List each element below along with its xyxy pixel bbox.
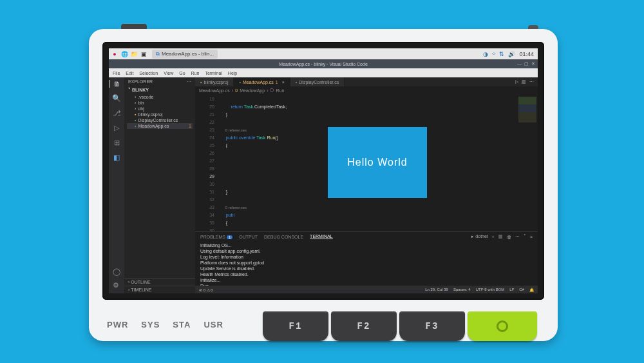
explorer-more-icon[interactable]: ⋯ (187, 79, 191, 84)
terminal-output[interactable]: Initializing OS... Using default app.con… (195, 241, 538, 286)
tab-meadowapp[interactable]: ▪MeadowApp.cs 1× (234, 77, 290, 86)
panel-split-icon[interactable]: ▥ (498, 234, 503, 239)
tab-displaycontroller[interactable]: ▪DisplayController.cs (290, 77, 345, 86)
hello-world-overlay: Hello World (328, 127, 427, 198)
split-icon[interactable]: ▥ (522, 79, 526, 84)
hw-label-pwr: PWR (107, 320, 128, 329)
tab-close-icon[interactable]: × (282, 80, 285, 84)
menu-edit[interactable]: Edit (126, 71, 133, 75)
screen: ● 🌐 📁 ▣ ⧉ MeadowApp.cs - blin... ◑ ⌔ ⇅ (109, 48, 538, 293)
tree-item-displaycontroller[interactable]: ▪ DisplayController.cs (127, 117, 193, 123)
os-taskbar: ● 🌐 📁 ▣ ⧉ MeadowApp.cs - blin... ◑ ⌔ ⇅ (109, 48, 538, 59)
code-editor[interactable]: 192021222324252627282930313233343536 ret… (195, 94, 538, 231)
panel-tab-output[interactable]: OUTPUT (239, 235, 258, 239)
hw-label-row: PWR SYS STA USR (107, 320, 223, 329)
editor-tabbar: ▪blinky.csproj ▪MeadowApp.cs 1× ▪Display… (195, 77, 538, 86)
explorer-title-row: EXPLORER ⋯ (124, 77, 195, 86)
hw-button-f1[interactable]: F1 (263, 311, 328, 341)
vscode-title: MeadowApp.cs - blinky - Visual Studio Co… (279, 62, 368, 66)
panel-tab-debug[interactable]: DEBUG CONSOLE (264, 235, 303, 239)
menu-run[interactable]: Run (191, 71, 200, 75)
vscode-body: 🗎 🔍 ⎇ ▷ ⊞ ◧ ◯ ⚙ (109, 77, 538, 293)
vscode-window: MeadowApp.cs - blinky - Visual Studio Co… (109, 59, 538, 293)
status-encoding[interactable]: UTF-8 with BOM (476, 288, 505, 292)
panel-more-icon[interactable]: ⋯ (515, 234, 520, 239)
menu-file[interactable]: File (113, 71, 120, 75)
volume-icon[interactable]: 🔊 (508, 51, 515, 57)
device-frame: ● 🌐 📁 ▣ ⧉ MeadowApp.cs - blin... ◑ ⌔ ⇅ (89, 24, 558, 341)
activity-search-icon[interactable]: 🔍 (112, 94, 121, 103)
status-eol[interactable]: LF (509, 288, 514, 292)
hw-label-usr: USR (204, 320, 223, 329)
activity-debug-icon[interactable]: ▷ (114, 124, 119, 132)
status-errors[interactable]: ⊘ 0 ⚠ 0 (199, 288, 213, 292)
panel-chevron-icon[interactable]: ˄ (524, 234, 526, 239)
web-icon[interactable]: 🌐 (120, 50, 128, 58)
device-body: ● 🌐 📁 ▣ ⧉ MeadowApp.cs - blin... ◑ ⌔ ⇅ (89, 29, 558, 341)
panel-close-icon[interactable]: × (530, 235, 533, 239)
timeline-section[interactable]: › TIMELINE (124, 286, 195, 293)
breadcrumb[interactable]: MeadowApp.cs › ⧈ MeadowApp › ⬡ Run (195, 86, 538, 94)
taskbar-app-vscode[interactable]: ⧉ MeadowApp.cs - blin... (152, 50, 218, 59)
network-icon[interactable]: ⇅ (499, 51, 504, 57)
activity-bar: 🗎 🔍 ⎇ ▷ ⊞ ◧ ◯ ⚙ (109, 77, 124, 293)
activity-account-icon[interactable]: ◯ (113, 268, 120, 276)
window-maximize-icon[interactable]: ▢ (524, 61, 529, 66)
minimap[interactable] (515, 94, 538, 231)
status-language[interactable]: C# (519, 288, 524, 292)
python-tray-icon[interactable]: ◑ (483, 51, 488, 57)
menu-selection[interactable]: Selection (139, 71, 158, 75)
activity-explorer-icon[interactable]: 🗎 (109, 80, 124, 88)
run-icon[interactable]: ▷ (515, 79, 518, 84)
status-position[interactable]: Ln 29, Col 39 (425, 288, 448, 292)
tab-more-icon[interactable]: ⋯ (529, 79, 534, 84)
menu-view[interactable]: View (164, 71, 173, 75)
explorer-folder-name[interactable]: ˅ BLINKY (124, 86, 195, 94)
raspberry-icon[interactable]: ● (111, 50, 118, 58)
status-bell-icon[interactable]: 🔔 (529, 288, 534, 292)
tree-item-meadowapp[interactable]: ▪ MeadowApp.cs1 (127, 123, 193, 129)
code-content: return Task.CompletedTask; } 0 reference… (221, 95, 287, 231)
menu-go[interactable]: Go (179, 71, 185, 75)
hw-label-sta: STA (173, 320, 191, 329)
taskbar-app-title: MeadowApp.cs - blin... (162, 51, 214, 57)
files-icon[interactable]: 📁 (130, 50, 138, 58)
power-circle-icon (497, 320, 508, 332)
panel-tabs: PROBLEMS1 OUTPUT DEBUG CONSOLE TERMINAL … (195, 232, 538, 241)
menu-help[interactable]: Help (228, 71, 237, 75)
menu-terminal[interactable]: Terminal (205, 71, 222, 75)
outline-section[interactable]: › OUTLINE (124, 278, 195, 286)
window-close-icon[interactable]: ✕ (531, 61, 535, 66)
hw-label-sys: SYS (141, 320, 160, 329)
overlay-text: Hello World (347, 157, 407, 168)
window-minimize-icon[interactable]: — (517, 61, 522, 66)
panel-shell-label[interactable]: ▸ dotnet (471, 234, 488, 239)
hw-button-row: F1 F2 F3 (263, 311, 537, 341)
activity-extensions-icon[interactable]: ⊞ (114, 139, 120, 147)
panel-tab-terminal[interactable]: TERMINAL (310, 234, 332, 239)
activity-scm-icon[interactable]: ⎇ (113, 109, 121, 117)
tree-item-csproj[interactable]: ▪ blinky.csproj (127, 112, 193, 117)
tab-blinky-csproj[interactable]: ▪blinky.csproj (195, 77, 234, 86)
activity-settings-icon[interactable]: ⚙ (113, 281, 120, 289)
tree-item-obj[interactable]: › obj (127, 106, 193, 112)
panel-trash-icon[interactable]: 🗑 (507, 235, 511, 239)
status-bar: ⊘ 0 ⚠ 0 Ln 29, Col 39 Spaces: 4 UTF-8 wi… (195, 286, 538, 293)
clock[interactable]: 01:44 (519, 51, 534, 57)
terminal-icon[interactable]: ▣ (140, 50, 147, 58)
activity-meadow-icon[interactable]: ◧ (113, 153, 120, 162)
editor-area: ▪blinky.csproj ▪MeadowApp.cs 1× ▪Display… (195, 77, 538, 293)
tree-item-vscode[interactable]: › .vscode (127, 94, 193, 100)
hw-button-f3[interactable]: F3 (399, 311, 465, 341)
explorer-title: EXPLORER (128, 79, 153, 84)
hw-button-f2[interactable]: F2 (331, 311, 397, 341)
tree-item-bin[interactable]: › bin (127, 100, 193, 106)
explorer-sidebar: EXPLORER ⋯ ˅ BLINKY › .vscode › bin › ob… (124, 77, 195, 293)
status-spaces[interactable]: Spaces: 4 (453, 288, 471, 292)
bluetooth-icon[interactable]: ⌔ (492, 51, 495, 57)
explorer-tree: › .vscode › bin › obj ▪ blinky.csproj ▪ … (124, 94, 195, 129)
hw-button-power[interactable] (468, 311, 537, 341)
panel-add-icon[interactable]: + (492, 235, 495, 239)
bottom-panel: PROBLEMS1 OUTPUT DEBUG CONSOLE TERMINAL … (195, 231, 538, 286)
panel-tab-problems[interactable]: PROBLEMS1 (200, 235, 232, 239)
